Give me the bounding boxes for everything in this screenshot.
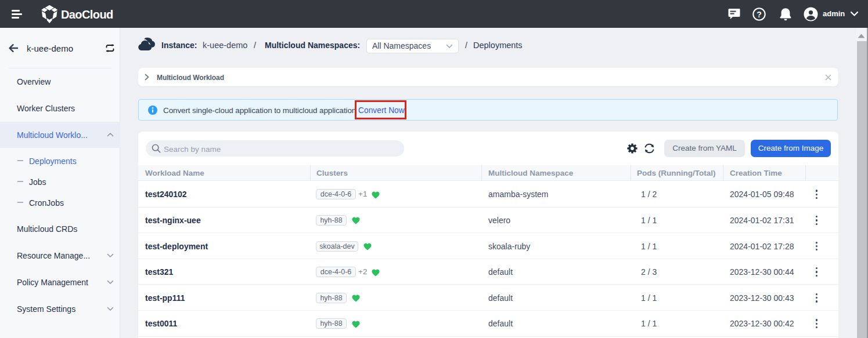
svg-text:?: ? — [757, 10, 762, 19]
